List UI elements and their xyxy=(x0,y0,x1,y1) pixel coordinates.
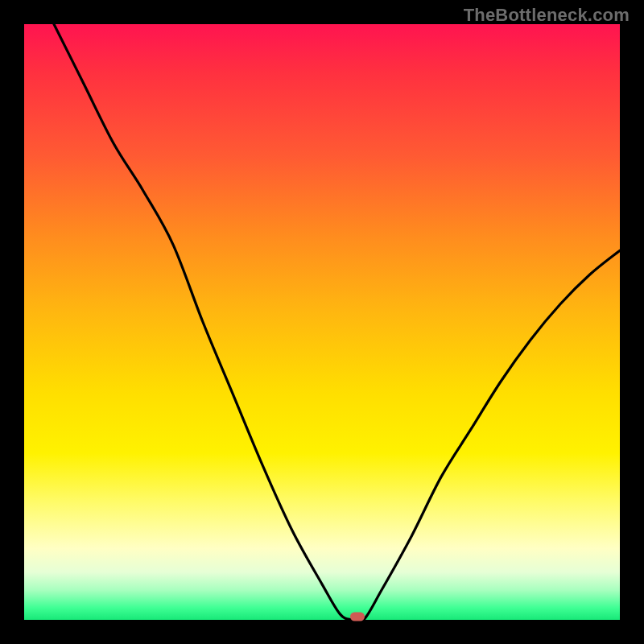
plot-area xyxy=(24,24,620,620)
curve-path xyxy=(54,24,620,620)
minimum-marker xyxy=(350,613,365,621)
watermark-text: TheBottleneck.com xyxy=(464,5,630,26)
bottleneck-curve xyxy=(24,24,620,620)
chart-frame: TheBottleneck.com xyxy=(0,0,644,644)
